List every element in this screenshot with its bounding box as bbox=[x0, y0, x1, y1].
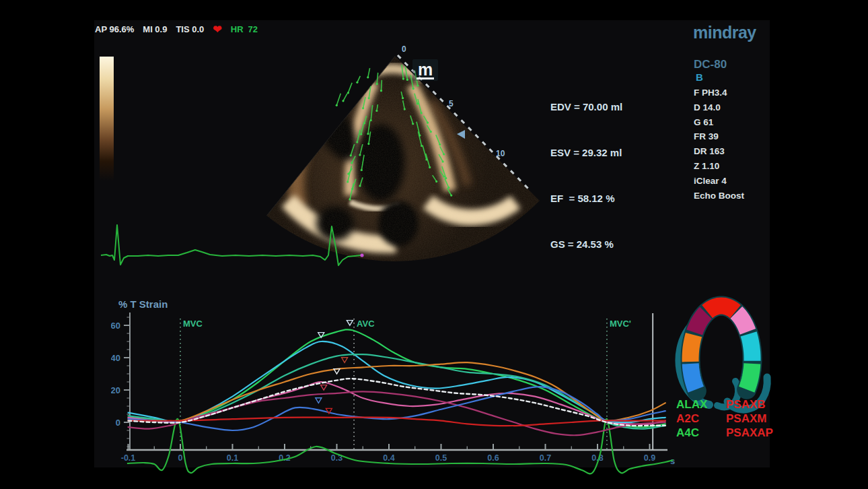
svg-text:0: 0 bbox=[178, 453, 183, 463]
svg-text:AVC: AVC bbox=[357, 319, 375, 329]
strain-views-glyph bbox=[663, 288, 777, 416]
svg-text:MVC: MVC bbox=[183, 319, 203, 329]
svg-text:0.5: 0.5 bbox=[435, 453, 447, 463]
heart-icon: ❤ bbox=[213, 25, 221, 34]
gs-value: GS = 24.53 % bbox=[550, 237, 622, 253]
heart-rate-label: HR bbox=[231, 24, 244, 34]
esv-value: ESV = 29.32 ml bbox=[550, 145, 622, 161]
strain-glyph-segments bbox=[690, 306, 752, 391]
heart-rate: HR 72 bbox=[231, 24, 258, 34]
param-gain: G 61 bbox=[694, 115, 744, 130]
measurement-results: EDV = 70.00 ml ESV = 29.32 ml EF = 58.12… bbox=[550, 69, 622, 282]
svg-text:40: 40 bbox=[111, 353, 120, 363]
mechanical-index: MI 0.9 bbox=[143, 24, 167, 34]
ecg-trace bbox=[98, 216, 367, 280]
legend-psaxap: PSAXAP bbox=[726, 426, 773, 440]
depth-label-10: 10 bbox=[496, 149, 505, 158]
orientation-marker: m bbox=[412, 59, 438, 81]
svg-text:0.9: 0.9 bbox=[644, 453, 655, 463]
orientation-marker-m: m bbox=[418, 60, 433, 79]
svg-text:0.6: 0.6 bbox=[487, 453, 499, 463]
imaging-parameters: F PH3.4 D 14.0 G 61 FR 39 DR 163 Z 1.10 … bbox=[694, 86, 744, 203]
acoustic-power: AP 96.6% bbox=[95, 24, 134, 34]
svg-text:MVC': MVC' bbox=[610, 319, 631, 329]
svg-text:-0.1: -0.1 bbox=[121, 453, 136, 463]
ef-value: EF = 58.12 % bbox=[550, 191, 622, 207]
param-iclear: iClear 4 bbox=[694, 174, 744, 189]
legend-psaxm: PSAXM bbox=[726, 412, 766, 426]
imaging-mode: B bbox=[696, 71, 703, 83]
edv-value: EDV = 70.00 ml bbox=[550, 100, 622, 115]
acoustic-status-bar: AP 96.6% MI 0.9 TIS 0.0 ❤ HR 72 bbox=[95, 24, 258, 34]
svg-text:0.4: 0.4 bbox=[383, 453, 394, 463]
depth-label-0: 0 bbox=[402, 44, 406, 54]
mindray-logo: mindray bbox=[693, 23, 756, 42]
svg-text:0: 0 bbox=[116, 418, 120, 428]
legend-a2c: A2C bbox=[676, 412, 699, 426]
thermal-index: TIS 0.0 bbox=[176, 24, 204, 34]
grayscale-bar bbox=[100, 57, 114, 181]
svg-text:0.1: 0.1 bbox=[227, 453, 238, 463]
legend-alax: ALAX bbox=[676, 398, 707, 412]
legend-psaxb: PSAXB bbox=[726, 398, 766, 412]
param-zoom: Z 1.10 bbox=[694, 159, 744, 174]
heart-rate-value: 72 bbox=[248, 24, 258, 34]
param-echo-boost: Echo Boost bbox=[694, 189, 744, 203]
probe-model: DC-80 bbox=[694, 58, 727, 71]
strain-curves-chart: 0204060-0.100.10.20.30.40.50.60.70.80.9s… bbox=[111, 290, 690, 475]
depth-label-5: 5 bbox=[449, 99, 454, 108]
svg-text:20: 20 bbox=[111, 385, 120, 395]
param-frame-rate: FR 39 bbox=[694, 129, 744, 144]
ultrasound-system-screen: AP 96.6% MI 0.9 TIS 0.0 ❤ HR 72 mindray … bbox=[0, 0, 868, 489]
svg-text:0.7: 0.7 bbox=[540, 453, 551, 463]
legend-a4c: A4C bbox=[676, 426, 699, 440]
svg-text:60: 60 bbox=[111, 321, 120, 331]
param-frequency: F PH3.4 bbox=[694, 86, 744, 100]
param-dynamic-range: DR 163 bbox=[694, 144, 744, 159]
param-depth: D 14.0 bbox=[694, 100, 744, 115]
